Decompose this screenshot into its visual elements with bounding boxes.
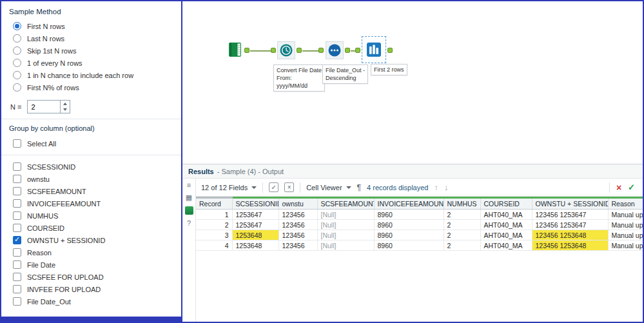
arrow-up-icon[interactable]: ↑ (434, 183, 438, 191)
table-cell: 123456 (278, 240, 317, 251)
table-row[interactable]: 31253648123456[Null]89602AHT040_MA123456… (196, 230, 643, 240)
table-cell: 1 (196, 210, 232, 220)
column-header[interactable]: COURSEID (480, 198, 532, 210)
group-by-column-option[interactable]: Reason (9, 246, 176, 259)
table-row[interactable]: 11253647123456[Null]89602AHT040_MA123456… (196, 210, 643, 220)
deselect-fields-icon[interactable]: × (284, 182, 294, 192)
group-by-column-option[interactable]: ownstu (9, 173, 176, 185)
table-cell: 2 (196, 220, 232, 230)
output-anchor[interactable] (297, 48, 302, 53)
table-cell: Manual upload (608, 230, 643, 240)
data-grid-icon[interactable]: ▦ (186, 194, 192, 201)
column-header[interactable]: ownstu (278, 198, 317, 210)
column-header[interactable]: NUMHUS (444, 198, 480, 210)
option-label: File Date_Out (27, 298, 71, 306)
metadata-icon[interactable]: ≡ (187, 182, 191, 189)
table-cell: AHT040_MA (480, 210, 532, 220)
divider (1, 119, 181, 119)
output-anchor[interactable] (345, 48, 350, 53)
option-label: INVFEE FOR UPLOAD (27, 286, 101, 293)
table-row[interactable]: 41253648123456[Null]89602AHT040_MA123456… (196, 240, 643, 251)
results-title: Results (188, 168, 214, 175)
workflow-canvas[interactable]: Convert File Date From: yyyy/MM/dd File … (182, 1, 643, 164)
table-cell: 2 (444, 210, 480, 220)
sample-method-option[interactable]: Skip 1st N rows (9, 44, 176, 57)
n-input[interactable] (27, 100, 61, 113)
data-table: RecordSCSESSIONIDownstuSCSFEEAMOUNTINVOI… (196, 197, 643, 251)
group-by-column-option[interactable]: OWNSTU + SESSIONID (9, 234, 176, 246)
table-cell: 3 (196, 230, 232, 240)
header-row: RecordSCSESSIONIDownstuSCSFEEAMOUNTINVOI… (196, 198, 643, 210)
help-icon[interactable]: ? (187, 220, 191, 227)
divider (1, 155, 181, 155)
input-anchor[interactable] (271, 48, 276, 53)
group-by-column-option[interactable]: File Date_Out (9, 295, 176, 308)
output-anchor[interactable] (244, 48, 249, 53)
table-cell: 2 (444, 220, 480, 230)
select-all-option[interactable]: Select All (9, 137, 176, 150)
checkbox-icon (13, 248, 21, 257)
toolbar-separator (609, 182, 610, 193)
tool-input-data[interactable] (227, 41, 244, 58)
column-header[interactable]: SCSFEEAMOUNT (317, 198, 374, 210)
tool-sort[interactable] (326, 41, 344, 59)
table-cell: [Null] (317, 220, 374, 230)
sample-method-option[interactable]: First N rows (9, 20, 176, 32)
stepper-down-icon[interactable] (61, 107, 70, 113)
input-anchor[interactable] (355, 48, 360, 53)
group-by-column-option[interactable]: NUMHUS (9, 210, 176, 222)
pilcrow-icon[interactable]: ¶ (357, 184, 361, 191)
stepper-up-icon[interactable] (61, 101, 70, 107)
group-by-column-option[interactable]: INVOICEFEEAMOUNT (9, 197, 176, 210)
table-cell: 2 (444, 230, 480, 240)
connection-line[interactable] (250, 50, 271, 52)
select-all-label: Select All (27, 140, 56, 148)
sort-icon (327, 43, 342, 57)
column-header[interactable]: OWNSTU + SESSIONID (532, 198, 608, 210)
group-by-column-option[interactable]: SCSESSIONID (9, 161, 176, 173)
cell-viewer-dropdown[interactable]: Cell Viewer (306, 184, 351, 191)
arrow-down-icon[interactable]: ↓ (444, 183, 449, 191)
group-by-label: Group by column (optional) (9, 124, 176, 132)
table-cell: 123456 (278, 220, 317, 230)
group-by-column-option[interactable]: SCSFEE FOR UPLOAD (9, 271, 176, 283)
n-stepper[interactable] (61, 100, 70, 113)
group-by-column-option[interactable]: INVFEE FOR UPLOAD (9, 283, 176, 295)
checkbox-icon (13, 236, 21, 244)
sample-method-option[interactable]: Last N rows (9, 32, 176, 44)
tool-datetime[interactable] (277, 41, 295, 59)
group-by-column-list: SCSESSIONIDownstuSCSFEEAMOUNTINVOICEFEEA… (9, 161, 176, 308)
tool-anchor-icon[interactable] (185, 206, 193, 215)
radio-icon (13, 22, 21, 30)
input-anchor[interactable] (318, 48, 324, 53)
table-cell: 123456 1253648 (532, 240, 608, 251)
option-label: INVOICEFEEAMOUNT (27, 200, 101, 208)
column-header[interactable]: Reason (608, 198, 643, 210)
sample-method-option[interactable]: 1 in N chance to include each row (9, 69, 176, 81)
checkbox-icon (13, 211, 21, 220)
group-by-column-option[interactable]: COURSEID (9, 222, 176, 234)
column-header[interactable]: Record (196, 198, 232, 210)
connection-line[interactable] (302, 50, 319, 52)
table-row[interactable]: 21253647123456[Null]89602AHT040_MA123456… (196, 220, 643, 230)
close-results-icon[interactable]: × (616, 182, 621, 193)
table-cell: AHT040_MA (480, 220, 532, 230)
sample-method-option[interactable]: First N% of rows (9, 81, 176, 93)
group-by-column-option[interactable]: File Date (9, 259, 176, 271)
results-grid[interactable]: RecordSCSESSIONIDownstuSCSFEEAMOUNTINVOI… (196, 197, 643, 322)
group-by-column-option[interactable]: SCSFEEAMOUNT (9, 185, 176, 197)
main-area: Convert File Date From: yyyy/MM/dd File … (182, 1, 643, 322)
apply-icon[interactable]: ✓ (628, 182, 635, 192)
option-label: COURSEID (27, 224, 64, 232)
sample-method-option[interactable]: 1 of every N rows (9, 57, 176, 69)
sample-icon (366, 41, 382, 58)
fields-dropdown[interactable]: 12 of 12 Fields (201, 184, 257, 191)
output-anchor[interactable] (387, 48, 393, 53)
tool-sample[interactable] (362, 36, 386, 63)
column-header[interactable]: SCSESSIONID (232, 198, 278, 210)
select-fields-icon[interactable]: ✓ (269, 182, 278, 192)
panel-scrollbar[interactable] (1, 317, 181, 322)
column-header[interactable]: INVOICEFEEAMOUNT (374, 198, 444, 210)
table-cell: 8960 (374, 220, 444, 230)
option-label: ownstu (27, 175, 50, 183)
